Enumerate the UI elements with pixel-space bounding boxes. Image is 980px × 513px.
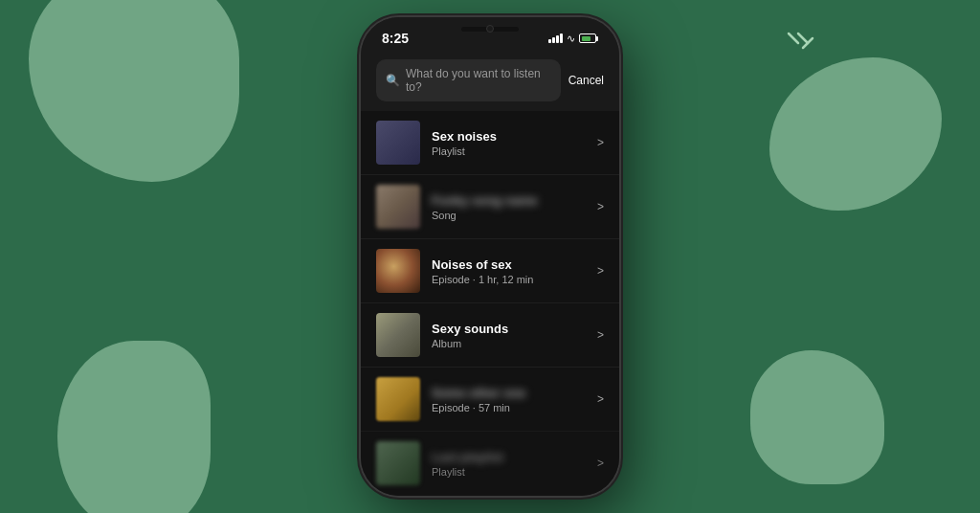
result-subtitle-1: Song: [432, 210, 586, 221]
result-subtitle-0: Playlist: [432, 145, 586, 157]
result-subtitle-2: Episode · 1 hr, 12 min: [432, 274, 586, 285]
search-placeholder: What do you want to listen to?: [406, 67, 551, 94]
chevron-icon-5: >: [597, 457, 604, 470]
chevron-icon-3: >: [597, 328, 604, 342]
result-title-0: Sex noises: [432, 129, 586, 144]
status-time: 8:25: [382, 31, 409, 46]
result-title-3: Sexy sounds: [432, 322, 586, 336]
signal-icon: [548, 33, 563, 43]
result-item-2[interactable]: Noises of sex Episode · 1 hr, 12 min >: [361, 238, 619, 302]
bg-blob-2: [57, 341, 211, 513]
status-icons: ∿: [548, 33, 598, 45]
result-item-4[interactable]: Some other one Episode · 57 min >: [361, 367, 619, 431]
result-thumb-3: [376, 313, 420, 357]
chevron-icon-2: >: [597, 264, 604, 278]
result-title-4: Some other one: [432, 386, 586, 400]
chevron-icon-4: >: [597, 392, 604, 406]
phone-device: 8:25 ∿ 🔍: [361, 17, 619, 496]
result-thumb-2: [376, 249, 420, 293]
result-info-0: Sex noises Playlist: [432, 129, 586, 157]
result-item-5[interactable]: Last playlist Playlist >: [361, 431, 619, 495]
bg-blob-3: [769, 57, 942, 211]
chevron-icon-0: >: [597, 136, 604, 149]
result-info-1: Funky song name Song: [432, 193, 586, 221]
results-list: Sex noises Playlist > Funky song name So…: [361, 111, 619, 496]
svg-line-1: [798, 33, 808, 43]
result-subtitle-3: Album: [432, 338, 586, 349]
result-info-2: Noises of sex Episode · 1 hr, 12 min: [432, 257, 586, 285]
result-info-3: Sexy sounds Album: [432, 322, 586, 349]
result-info-4: Some other one Episode · 57 min: [432, 386, 586, 413]
status-bar: 8:25 ∿: [361, 17, 619, 54]
result-subtitle-4: Episode · 57 min: [432, 402, 586, 413]
chevron-icon-1: >: [597, 200, 604, 213]
result-thumb-0: [376, 121, 420, 165]
search-input-box[interactable]: 🔍 What do you want to listen to?: [376, 59, 561, 101]
result-info-5: Last playlist Playlist: [432, 450, 586, 478]
svg-line-0: [789, 33, 798, 43]
wifi-icon: ∿: [567, 33, 575, 45]
result-title-1: Funky song name: [432, 193, 586, 208]
camera-dot: [486, 25, 494, 33]
search-icon: 🔍: [386, 74, 400, 87]
squiggle-decoration: [779, 29, 817, 67]
result-thumb-4: [376, 377, 420, 421]
battery-icon: [579, 33, 598, 43]
result-thumb-5: [376, 441, 420, 485]
bg-blob-1: [29, 0, 239, 182]
result-thumb-1: [376, 185, 420, 229]
result-title-5: Last playlist: [432, 450, 586, 464]
result-item-1[interactable]: Funky song name Song >: [361, 174, 619, 238]
result-subtitle-5: Playlist: [432, 466, 586, 478]
search-bar-container: 🔍 What do you want to listen to? Cancel: [361, 54, 619, 111]
result-item-0[interactable]: Sex noises Playlist >: [361, 111, 619, 174]
result-title-2: Noises of sex: [432, 257, 586, 272]
phone-wrapper: 8:25 ∿ 🔍: [361, 17, 619, 496]
bg-blob-4: [750, 350, 884, 484]
cancel-button[interactable]: Cancel: [568, 74, 604, 87]
result-item-3[interactable]: Sexy sounds Album >: [361, 302, 619, 367]
